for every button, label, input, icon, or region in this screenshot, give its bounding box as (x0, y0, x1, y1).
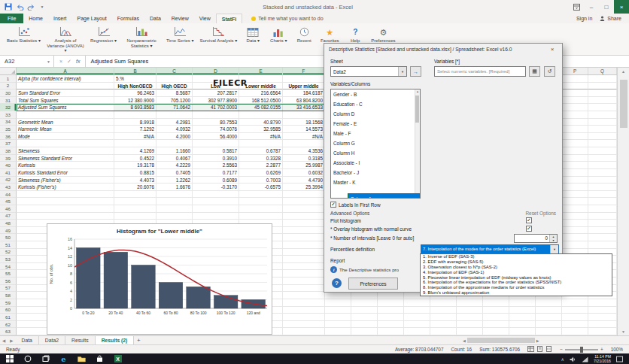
redo-icon[interactable] (26, 2, 35, 11)
cell-F59[interactable] (283, 299, 325, 307)
cell-P44[interactable] (562, 191, 588, 199)
variable-item-column-g[interactable]: Column G (331, 138, 420, 148)
cell-F61[interactable] (283, 314, 325, 321)
variable-item-bachelor-j[interactable]: Bachelor - J (331, 168, 420, 177)
ribbon-tab-data[interactable]: Data (144, 14, 166, 23)
sheet-tab-results[interactable]: Results (65, 336, 96, 344)
cell-F37[interactable] (283, 140, 325, 147)
cell-P1[interactable] (562, 75, 588, 83)
enter-formula-icon[interactable]: ✓ (67, 59, 71, 65)
labels-first-row-checkbox[interactable]: ✓ Labels In First Row (330, 202, 381, 208)
cell-F45[interactable] (283, 198, 325, 205)
cell-A43[interactable]: Kurtosis (Fisher's) (17, 184, 114, 191)
row-header-46[interactable]: 46 (0, 205, 17, 213)
cell-A33[interactable] (17, 111, 114, 119)
sheet-tab-data2[interactable]: Data2 (39, 336, 65, 344)
row-header-52[interactable]: 52 (0, 249, 17, 256)
cell-A36[interactable]: Mode (17, 133, 114, 141)
vscroll-thumb[interactable] (620, 80, 627, 128)
list-scrollbar[interactable]: ▲ (415, 89, 420, 198)
cell-Q39[interactable] (588, 155, 617, 162)
cell-P47[interactable] (562, 213, 588, 220)
cell-Q48[interactable] (588, 220, 617, 227)
cell-M59[interactable] (483, 299, 509, 307)
hscroll-left-icon[interactable]: ◀ (463, 337, 466, 344)
cell-P46[interactable] (562, 205, 588, 213)
cell-B44[interactable] (114, 191, 156, 199)
ribbon-tab-review[interactable]: Review (166, 14, 194, 23)
row-header-62[interactable]: 62 (0, 321, 17, 329)
ribbon-data-button[interactable]: Data ▾ (241, 26, 265, 44)
row-header-41[interactable]: 41 (0, 169, 17, 177)
cell-P2[interactable] (562, 83, 588, 90)
ribbon-tab-insert[interactable]: Insert (48, 14, 72, 23)
cell-F57[interactable] (283, 285, 325, 293)
cell-P35[interactable] (562, 126, 588, 133)
cell-J59[interactable] (404, 299, 430, 307)
cell-C31[interactable]: 705.1200 (156, 97, 193, 105)
taskbar-cortana-icon[interactable] (22, 354, 33, 364)
cell-D43[interactable]: -0.3170 (193, 184, 239, 191)
cell-E32[interactable]: 45 082.0155 (239, 104, 283, 111)
row-header-51[interactable]: 51 (0, 241, 17, 249)
percentile-option-5[interactable]: 5. Piecewise linear interpolation of EDF… (421, 275, 612, 281)
cell-D31[interactable]: 302 977.8900 (193, 97, 239, 105)
row-header-57[interactable]: 57 (0, 285, 17, 293)
col-header-D[interactable]: D (193, 68, 239, 74)
row-header-47[interactable]: 47 (0, 213, 17, 220)
col-header-Q[interactable]: Q (588, 68, 617, 74)
percentile-option-8[interactable]: 8. Interpolation of the approximate medi… (421, 285, 612, 290)
taskbar-edge-icon[interactable]: e (58, 354, 69, 364)
cell-C45[interactable] (156, 198, 193, 205)
cell-D33[interactable] (193, 111, 239, 119)
cell-B37[interactable] (114, 140, 156, 147)
undo-icon[interactable] (15, 2, 24, 11)
plot-histogram-checkbox[interactable]: ✓ (526, 217, 532, 223)
ribbon-analysis-of-variance-anova-button[interactable]: Analysis of Variance (ANOVA) ▾ (44, 26, 87, 53)
cell-A41[interactable]: Kurtosis Standard Error (17, 169, 114, 177)
ribbon-tab-file[interactable]: File (0, 14, 23, 23)
cell-B1[interactable]: 5.% (114, 75, 156, 83)
cell-C40[interactable]: 4.2229 (156, 162, 193, 169)
row-header-53[interactable]: 53 (0, 256, 17, 263)
sheet-tab-results-2[interactable]: Results (2) (96, 336, 135, 344)
cell-P62[interactable] (562, 321, 588, 329)
cell-B47[interactable] (114, 213, 156, 220)
cell-C44[interactable] (156, 191, 193, 199)
cell-F49[interactable] (283, 227, 325, 235)
reset-options-link[interactable]: Reset Options (526, 211, 557, 216)
ribbon-tab-page-layout[interactable]: Page Layout (71, 14, 111, 23)
cell-Q41[interactable] (588, 169, 617, 177)
page-layout-view-icon[interactable] (536, 346, 543, 353)
cell-J63[interactable] (404, 328, 430, 335)
sheet-nav-left-icon[interactable]: ◀ (0, 336, 8, 344)
cell-Q59[interactable] (588, 299, 617, 307)
cell-A34[interactable]: Geometric Mean (17, 119, 114, 126)
cell-A32[interactable]: Adjusted Sum Squares (17, 104, 114, 111)
cell-D40[interactable]: 2.5563 (193, 162, 239, 169)
cell-Q34[interactable] (588, 119, 617, 126)
percentile-option-1[interactable]: 1. Inverse of EDF (SAS-3) (421, 254, 612, 259)
cell-F41[interactable]: 0.6032 (283, 169, 325, 177)
cell-J62[interactable] (404, 321, 430, 329)
new-sheet-button[interactable]: + (134, 336, 143, 344)
cell-L61[interactable] (457, 314, 483, 321)
cell-Q1[interactable] (588, 75, 617, 83)
ribbon-survival-analysis-button[interactable]: Survival Analysis ▾ (198, 26, 240, 44)
cell-I61[interactable] (378, 314, 404, 321)
cell-D39[interactable]: 0.3910 (193, 155, 239, 162)
cell-A39[interactable]: Skewness Standard Error (17, 155, 114, 162)
taskbar-task-view-icon[interactable] (40, 354, 51, 364)
cell-Q36[interactable] (588, 133, 617, 141)
cell-Q49[interactable] (588, 227, 617, 235)
cell-D42[interactable]: 0.6089 (193, 177, 239, 184)
cell-F50[interactable] (283, 234, 325, 241)
cell-G60[interactable] (325, 307, 351, 314)
cell-P32[interactable] (562, 104, 588, 111)
ribbon-display-options-icon[interactable] (569, 0, 584, 14)
cell-E42[interactable]: 0.7003 (239, 177, 283, 184)
cell-F34[interactable]: 18.1568 (283, 119, 325, 126)
cell-K63[interactable] (430, 328, 457, 335)
variable-item-column-h[interactable]: Column H (331, 148, 420, 158)
col-header-E[interactable]: E (239, 68, 283, 74)
